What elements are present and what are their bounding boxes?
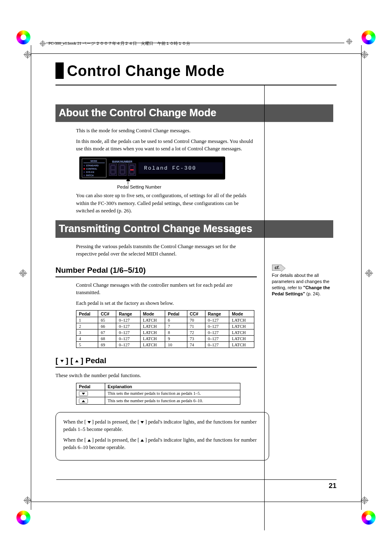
registration-mark-icon (360, 51, 369, 59)
registration-mark-icon (365, 269, 373, 277)
table-cell: 0–127 (116, 317, 140, 323)
crop-line (31, 53, 361, 54)
triangle-down-icon (60, 360, 64, 362)
registration-mark-icon (23, 496, 32, 504)
table-cell: 0–127 (205, 317, 229, 323)
table-cell: 1 (76, 317, 98, 323)
table-cell: This sets the number pedals to function … (105, 397, 240, 405)
pedal-key-icon (79, 391, 88, 396)
color-registration-corner (16, 30, 30, 44)
table-cell: LATCH (229, 317, 254, 323)
body-paragraph: Each pedal is set at the factory as show… (76, 299, 257, 307)
registration-mark-icon (39, 40, 46, 47)
triangle-down-icon (82, 393, 85, 395)
table-cell: 0–127 (205, 336, 229, 342)
table-cell: 65 (98, 317, 116, 323)
color-registration-corner (362, 511, 376, 525)
note-paragraph: When the [ ] pedal is pressed, the [ ] p… (63, 418, 261, 433)
table-cell: LATCH (140, 342, 165, 348)
framemaker-header: FC-300_e1.book 21 ページ ２００７年４月２４日 火曜日 午前１… (39, 40, 354, 47)
table-header: Explanation (105, 383, 240, 390)
table-cell: 4 (76, 336, 98, 342)
chapter-rule (55, 85, 337, 85)
pointer-arrow-icon (128, 180, 129, 184)
crop-line (31, 502, 361, 502)
device-figure: MODE STANDARD CONTROL SYS EX PATCH BANK/… (76, 157, 228, 189)
table-cell: LATCH (229, 342, 254, 348)
table-cell: 0–127 (116, 323, 140, 329)
table-header: Mode (229, 311, 254, 317)
table-cell: LATCH (229, 336, 254, 342)
table-cell: 0–127 (205, 323, 229, 329)
device-lcd: Roland FC-300 (138, 162, 223, 174)
color-registration-corner (362, 30, 376, 44)
table-cell: 3 (76, 329, 98, 336)
body-paragraph: Control Change messages with the control… (76, 281, 257, 296)
table-header: Mode (140, 311, 165, 317)
table-cell: 74 (187, 342, 205, 348)
cross-reference-tag: cf. (272, 265, 282, 271)
subsection-heading: [ ] [ ] Pedal (55, 356, 257, 368)
table-header: CC# (98, 311, 116, 317)
device-mode-panel: MODE STANDARD CONTROL SYS EX PATCH (82, 159, 106, 177)
chapter-marker-icon (55, 62, 64, 79)
seven-segment-icon (128, 164, 136, 176)
table-cell: 0–127 (116, 342, 140, 348)
body-paragraph: In this mode, all the pedals can be used… (76, 138, 257, 152)
body-paragraph: This is the mode for sending Control Cha… (76, 127, 257, 134)
mode-item-label: STANDARD (86, 164, 99, 167)
table-header: Pedal (165, 311, 187, 317)
device-bank-panel: BANK/NUMBER (109, 160, 136, 176)
pedal-explanation-table: Pedal Explanation This sets the number p… (76, 383, 240, 405)
mode-item-label: PATCH (86, 174, 94, 177)
table-cell: 8 (165, 329, 187, 336)
table-cell: 2 (76, 323, 98, 329)
header-text: FC-300_e1.book 21 ページ ２００７年４月２４日 火曜日 午前１… (48, 41, 190, 46)
table-cell: LATCH (140, 323, 165, 329)
table-cell: 9 (165, 336, 187, 342)
table-cell: 10 (165, 342, 187, 348)
table-header: CC# (187, 311, 205, 317)
table-cell: 72 (187, 329, 205, 336)
pedal-key-icon (79, 398, 88, 403)
body-paragraph: You can also store up to five sets, or c… (76, 192, 257, 214)
table-cell: 69 (98, 342, 116, 348)
chapter-title: Control Change Mode (67, 62, 337, 80)
table-cell: 73 (187, 336, 205, 342)
table-cell: LATCH (229, 329, 254, 336)
table-cell (76, 390, 105, 397)
table-cell (76, 397, 105, 405)
table-cell: 7 (165, 323, 187, 329)
registration-mark-icon (346, 38, 353, 45)
mode-item-label: SYS EX (86, 171, 95, 173)
table-cell: 70 (187, 317, 205, 323)
figure-caption: Pedal Setting Number (117, 184, 161, 189)
crop-line (31, 45, 31, 510)
table-cell: 6 (165, 317, 187, 323)
side-paragraph: For details about the all parameters and… (272, 272, 337, 297)
table-header: Pedal (76, 311, 98, 317)
note-box: When the [ ] pedal is pressed, the [ ] p… (55, 412, 269, 461)
subsection-heading: Number Pedal (1/6–5/10) (55, 266, 257, 277)
body-paragraph: These switch the number pedal functions. (55, 372, 257, 379)
triangle-up-icon (141, 439, 144, 442)
table-cell: 68 (98, 336, 116, 342)
registration-mark-icon (360, 496, 369, 504)
table-cell: This sets the number pedals to function … (105, 390, 240, 397)
table-cell: 66 (98, 323, 116, 329)
table-header: Range (205, 311, 229, 317)
table-cell: 0–127 (205, 329, 229, 336)
body-paragraph: Pressing the various pedals transmits th… (76, 243, 257, 258)
triangle-up-icon (82, 400, 85, 402)
seven-segment-icon (109, 164, 117, 176)
registration-mark-icon (19, 269, 27, 277)
table-cell: LATCH (140, 336, 165, 342)
mode-item-label: CONTROL (86, 168, 97, 170)
crop-line (361, 45, 362, 510)
seven-segment-icon (118, 164, 127, 176)
table-header: Range (116, 311, 140, 317)
note-paragraph: When the [ ] pedal is pressed, the [ ] p… (63, 436, 261, 451)
table-cell: 0–127 (205, 342, 229, 348)
side-column: cf. For details about the all parameters… (272, 104, 337, 461)
color-registration-corner (16, 511, 30, 525)
